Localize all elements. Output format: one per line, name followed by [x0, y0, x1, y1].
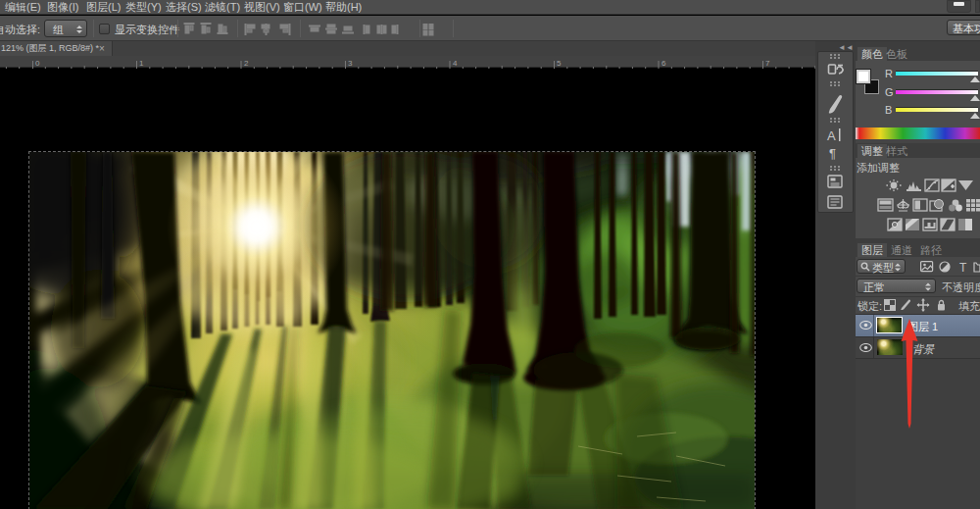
svg-text:1: 1 — [139, 59, 144, 68]
svg-text:4: 4 — [453, 59, 458, 68]
svg-text:5: 5 — [557, 59, 562, 68]
svg-text:3: 3 — [348, 59, 353, 68]
svg-text:0: 0 — [35, 59, 40, 68]
svg-text:A: A — [827, 128, 836, 143]
svg-text:7: 7 — [765, 59, 770, 68]
svg-text:6: 6 — [662, 59, 666, 68]
svg-text:2: 2 — [244, 59, 249, 68]
svg-text:T: T — [959, 261, 967, 274]
svg-text:¶: ¶ — [829, 146, 836, 161]
